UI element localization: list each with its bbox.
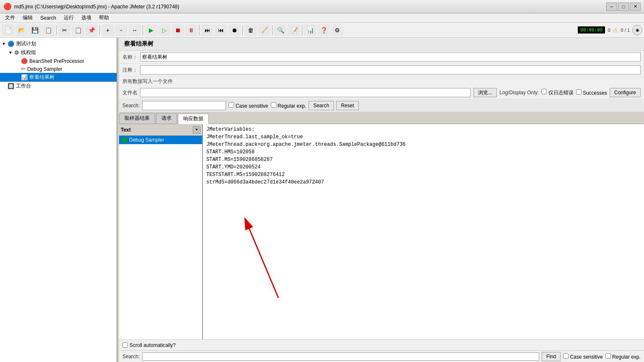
menu-search[interactable]: Search [37,14,60,22]
red-arrow [236,216,287,300]
sep4 [199,25,200,35]
tree-panel: ▼ 🔵 测试计划 ▼ ⚙ 线程组 🔴 BeanShell PreProcesso… [0,38,117,362]
shutdown-button[interactable]: ⏸ [185,24,197,36]
remote-start-button[interactable]: ⏭ [201,24,214,36]
list-item-debug-sampler[interactable]: Debug Sampler [119,136,202,144]
sep5 [242,25,243,35]
content-line-5: START.MS=1590286858287 [206,156,641,163]
regex-label: Regular exp. [271,102,306,109]
settings-button[interactable]: ⚙ [331,24,343,36]
toolbar: 📄 📂 💾 📋 ✂ 📋 📌 + - ↔ ▶ ▷ ⏹ ⏸ ⏭ ⏮ ⏺ 🗑 🧹 🔍 … [0,23,644,38]
case-sensitive-label: Case sensitive [229,102,268,109]
tree-item-workbench[interactable]: 🔲 工作台 [0,82,117,90]
tree-item-threadgroup[interactable]: ▼ ⚙ 线程组 [0,48,117,57]
beanshell-icon: 🔴 [21,58,28,64]
list-pane: Text ▼ Debug Sampler [119,124,203,339]
tab-request[interactable]: 请求 [156,113,177,124]
start-button[interactable]: ▶ [145,24,157,36]
list-header: Text ▼ [119,124,202,136]
cut-button[interactable]: ✂ [58,24,71,36]
file-row: 文件名 浏览... Log/Display Only: 仅日志错误 Succes… [119,86,644,99]
configure-button[interactable]: Configure [610,88,641,97]
minimize-button[interactable]: ─ [606,3,617,11]
tree-item-beanshell[interactable]: 🔴 BeanShell PreProcessor [0,57,117,65]
tab-sampler-results[interactable]: 取样器结果 [119,113,155,124]
remote-stop-button[interactable]: ⏮ [215,24,227,36]
reset-button[interactable]: Reset [336,101,358,110]
timer-display: 00:00:00 [578,26,605,34]
menu-options[interactable]: 选项 [78,14,95,22]
comment-input[interactable] [140,65,641,75]
comment-row: 注释： [119,64,644,77]
expand-button[interactable]: + [101,24,114,36]
sep2 [99,25,100,35]
copy-button[interactable]: 📋 [72,24,84,36]
dropdown-button[interactable]: ▼ [193,126,200,134]
new-button[interactable]: 📄 [2,24,14,36]
tree-item-testplan[interactable]: ▼ 🔵 测试计划 [0,39,117,48]
maximize-button[interactable]: □ [618,3,629,11]
search-input-top[interactable] [142,101,226,110]
bottom-search-input[interactable] [142,352,539,361]
menu-bar: 文件 编辑 Search 运行 选项 帮助 [0,13,644,23]
file-input[interactable] [140,88,471,97]
progress-button[interactable]: ◉ [632,25,642,35]
tree-item-debugsampler[interactable]: ✏ Debug Sampler [0,65,117,73]
results-button[interactable]: 📊 [304,24,317,36]
templates-button[interactable]: 📝 [288,24,300,36]
right-panel: 察看结果树 名称： 注释： 所有数据写入一个文件 文件名 浏览... Log/D… [119,38,644,362]
content-line-1: JMeterVariables: [206,126,641,133]
panel-title: 察看结果树 [119,38,644,51]
toggle-button[interactable]: ↔ [128,24,141,36]
stop-button[interactable]: ⏹ [171,24,184,36]
successes-checkbox[interactable] [576,89,582,95]
tree-label-debugsampler: Debug Sampler [27,66,62,72]
collapse-button[interactable]: - [115,24,127,36]
tree-label-threadgroup: 线程组 [21,49,36,56]
save-button[interactable]: 💾 [29,24,41,36]
menu-edit[interactable]: 编辑 [19,14,36,22]
close-button[interactable]: ✕ [630,3,641,11]
start-nopause-button[interactable]: ▷ [158,24,171,36]
regex-checkbox[interactable] [271,102,276,108]
bottom-regex-checkbox[interactable] [605,353,611,359]
app-icon: 🔴 [3,3,12,10]
bottom-search-bar: Search: Find Case sensitive Regular exp. [119,350,644,362]
menu-file[interactable]: 文件 [2,14,18,22]
revert-button[interactable]: 📋 [42,24,55,36]
expand-icon-tg: ▼ [8,50,13,55]
content-line-7: TESTSTART.MS=1590288276412 [206,171,641,178]
successes-label: Successes [576,89,607,96]
search-label-top: Search: [122,103,140,109]
error-only-checkbox[interactable] [541,89,547,94]
content-line-6: START.YMD=20200524 [206,163,641,171]
bottom-case-sensitive-checkbox[interactable] [563,353,569,359]
browse-file-button[interactable]: 浏览... [473,88,497,97]
search-button[interactable]: Search [309,101,334,110]
tree-item-viewresultstree[interactable]: 📊 察看结果树 [0,73,117,82]
find-button[interactable]: Find [542,352,561,361]
clear-all-button[interactable]: 🧹 [258,24,270,36]
split-pane: Text ▼ Debug Sampler JMeterVariables: JM… [119,124,644,339]
name-input[interactable] [140,52,641,62]
clear-button[interactable]: 🗑 [244,24,257,36]
warning-icon: ⚠ [613,27,618,34]
sep6 [272,25,273,35]
paste-button[interactable]: 📌 [85,24,98,36]
remote-stop-all-button[interactable]: ⏺ [228,24,241,36]
content-line-3: JMeterThread.pack=org.apache.jmeter.thre… [206,141,641,148]
debugsampler-icon: ✏ [21,66,26,72]
content-line-4: START.HMS=102058 [206,148,641,156]
content-line-8: strMd5=d066d3a4bdec27d1e34f40ee2a972407 [206,178,641,186]
browse-button[interactable]: 🔍 [274,24,287,36]
auto-scroll-checkbox[interactable] [122,342,128,348]
sep7 [302,25,302,35]
menu-help[interactable]: 帮助 [96,14,112,22]
open-button[interactable]: 📂 [15,24,28,36]
menu-run[interactable]: 运行 [60,14,77,22]
warning-count: 0 [608,28,610,33]
list-item-label: Debug Sampler [129,137,164,143]
help-button[interactable]: ❓ [317,24,330,36]
tab-response-data[interactable]: 响应数据 [178,114,209,124]
case-sensitive-checkbox[interactable] [229,102,234,108]
